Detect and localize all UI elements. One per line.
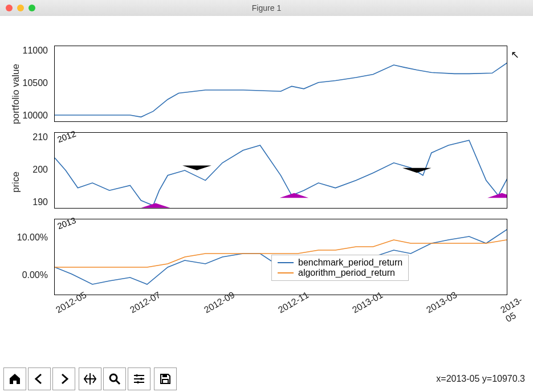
- chart-price[interactable]: 2012: [54, 132, 507, 209]
- svg-marker-1: [182, 165, 211, 170]
- forward-button[interactable]: [52, 368, 75, 390]
- svg-marker-0: [141, 203, 170, 207]
- svg-marker-2: [280, 193, 309, 198]
- chart-returns[interactable]: 2013 benchmark_period_return algorithm_p…: [54, 219, 507, 295]
- toolbar: x=2013-05 y=10970.3: [0, 365, 533, 392]
- yticks-portfolio: 11000 10500 10000: [0, 46, 51, 121]
- yticks-returns: 10.00% 0.00%: [0, 219, 51, 294]
- xticks: 2012-05 2012-07 2012-09 2012-11 2013-01 …: [31, 307, 513, 329]
- window-title: Figure 1: [0, 3, 533, 13]
- yticks-price: 210 200 190: [0, 132, 51, 207]
- home-button[interactable]: [3, 368, 26, 390]
- zoom-button[interactable]: [103, 368, 126, 390]
- svg-point-7: [140, 378, 143, 380]
- plot-canvas[interactable]: portfolio value price 11000 10500 10000 …: [0, 16, 533, 366]
- back-button[interactable]: [28, 368, 51, 390]
- svg-point-5: [110, 374, 117, 381]
- svg-point-6: [136, 374, 138, 377]
- legend: benchmark_period_return algorithm_period…: [271, 255, 409, 281]
- configure-button[interactable]: [128, 368, 150, 390]
- chart-portfolio[interactable]: ↖: [54, 46, 507, 122]
- status-text: x=2013-05 y=10970.3: [436, 374, 525, 384]
- svg-rect-10: [162, 379, 168, 383]
- pan-button[interactable]: [79, 368, 101, 390]
- titlebar: Figure 1: [0, 0, 533, 17]
- save-button[interactable]: [154, 368, 177, 390]
- svg-marker-3: [402, 168, 432, 173]
- cursor-icon: ↖: [511, 48, 519, 61]
- svg-rect-9: [162, 374, 167, 377]
- svg-point-8: [137, 381, 139, 383]
